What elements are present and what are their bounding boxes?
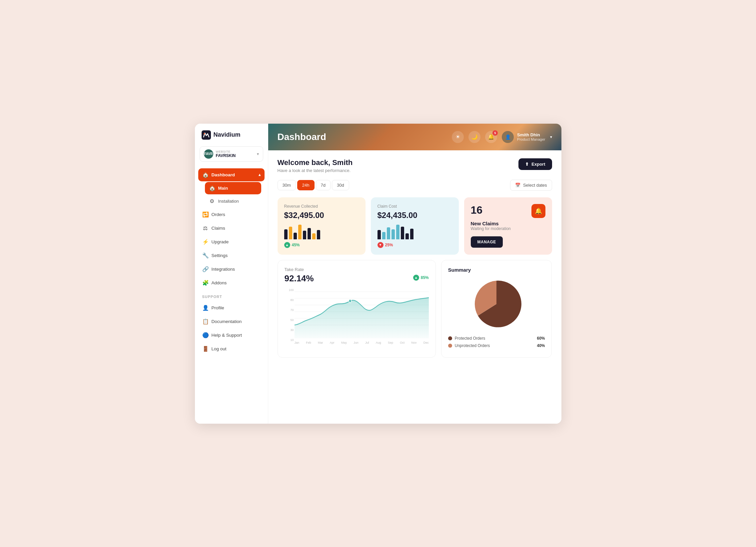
help-icon: 🔵 [202,332,208,338]
legend-protected-label: Protected Orders [448,336,537,341]
take-rate-value: 92.14% [285,274,314,284]
sidebar-item-claims[interactable]: ⚖ Claims [198,222,265,235]
sidebar: Navidium FAVR WEBSITE FAVRSKIN ▾ 🏠 Dashb… [195,124,268,424]
take-rate-trend-icon: ▲ [413,275,419,281]
claim-bar-chart [378,225,452,239]
website-selector[interactable]: FAVR WEBSITE FAVRSKIN ▾ [200,146,263,162]
bar-8 [317,230,320,239]
welcome-block: Welcome back, Smith Have a look at the l… [278,158,353,173]
bar-6 [308,228,311,239]
bar-7 [312,233,316,239]
manage-button[interactable]: MANAGE [471,236,503,248]
support-nav: 👤 Profile 📋 Documentation 🔵 Help & Suppo… [195,301,268,356]
sidebar-item-addons[interactable]: 🧩 Addons [198,276,265,289]
bar-4 [391,229,395,239]
bar-1 [284,229,288,239]
docs-icon: 📋 [202,318,208,325]
sidebar-item-label: Installation [218,199,239,204]
sidebar-item-label: Profile [212,305,224,310]
pie-chart-wrap [448,277,545,331]
home-icon-sub: 🏠 [209,185,215,191]
revenue-trend-value: 45% [292,243,300,247]
user-chevron-icon: ▾ [550,135,552,139]
bar-4 [298,225,302,239]
bar-6 [401,227,404,239]
claim-value: $24,435.00 [378,211,452,220]
calendar-icon: 📅 [515,183,520,188]
take-rate-trend: ▲ 85% [413,275,429,281]
sidebar-item-main[interactable]: 🏠 Main [205,182,261,194]
bar-5 [303,231,306,239]
header-actions: ☀ 🌙 🔔 5 👤 Smith Dhin Product Manager ▾ [452,131,552,143]
claims-icon: ⚖ [202,225,208,231]
y-axis-labels: 1008070503010 [285,288,294,342]
trend-down-icon: ▼ [378,242,383,248]
sidebar-item-upgrade[interactable]: ⚡ Upgrade [198,235,265,248]
svg-point-1 [204,133,205,134]
date-select-button[interactable]: 📅 Select dates [510,180,552,191]
sidebar-item-label: Help & Support [212,333,242,338]
claim-cost-card: Claim Cost $24,435.00 ▼ 25% [371,197,459,255]
sidebar-item-label: Orders [212,212,225,217]
sun-icon-btn[interactable]: ☀ [452,131,464,143]
moon-icon-btn[interactable]: 🌙 [468,131,480,143]
filter-24h[interactable]: 24h [297,180,315,190]
sidebar-item-documentation[interactable]: 📋 Documentation [198,315,265,328]
export-label: Export [531,162,545,167]
claim-label: Claim Cost [378,204,452,209]
filter-30d[interactable]: 30d [332,180,349,190]
sidebar-item-label: Main [218,186,228,191]
website-avatar: FAVR [204,149,213,159]
bar-2 [289,227,292,239]
summary-card: Summary [441,260,552,358]
filter-7d[interactable]: 7d [316,180,331,190]
time-filters: 30m 24h 7d 30d [278,180,349,190]
sidebar-item-label: Documentation [212,319,242,324]
export-icon: ⬆ [525,162,529,167]
claim-trend-value: 25% [385,243,393,247]
sidebar-item-label: Dashboard [212,172,235,177]
legend-protected: Protected Orders 60% [448,336,545,341]
sidebar-item-label: Settings [212,253,228,258]
sidebar-item-label: Integrations [212,267,235,272]
sidebar-item-profile[interactable]: 👤 Profile [198,301,265,314]
legend-unprotected: Unprotected Orders 40% [448,343,545,348]
time-filter-row: 30m 24h 7d 30d 📅 Select dates [278,180,552,191]
x-axis-labels: JanFebMarAprMayJunJulAugSepOctNovDec [285,341,429,344]
area-chart: 1008070503010 [285,288,429,348]
notification-btn[interactable]: 🔔 5 [485,131,497,143]
date-select-label: Select dates [523,183,547,188]
take-rate-card: Take Rate 92.14% ▲ 85% 1008070503010 [278,260,436,358]
user-name: Smith Dhin [517,132,545,137]
sidebar-item-settings[interactable]: 🔧 Settings [198,249,265,262]
profile-icon: 👤 [202,305,208,311]
claims-header: 16 🔔 [471,204,545,218]
sidebar-item-help[interactable]: 🔵 Help & Support [198,329,265,342]
export-button[interactable]: ⬆ Export [518,158,552,170]
upgrade-icon: ⚡ [202,239,208,245]
support-label: SUPPORT [195,290,268,301]
bar-3 [294,233,297,239]
filter-30m[interactable]: 30m [278,180,296,190]
sidebar-item-dashboard[interactable]: 🏠 Dashboard ▴ [198,168,265,181]
take-rate-trend-value: 85% [421,275,429,280]
claims-title: New Claims [471,221,545,226]
chevron-down-icon: ▾ [257,152,259,156]
notification-badge: 5 [492,130,498,136]
sidebar-item-installation[interactable]: ⚙ Installation [205,195,261,207]
bar-7 [405,233,409,239]
sidebar-item-integrations[interactable]: 🔗 Integrations [198,263,265,276]
summary-title: Summary [448,267,545,273]
welcome-subtitle: Have a look at the latest performance. [278,168,353,173]
welcome-row: Welcome back, Smith Have a look at the l… [278,158,552,173]
sidebar-item-logout[interactable]: 🚪 Log out [198,342,265,355]
bar-5 [396,225,399,239]
welcome-title: Welcome back, Smith [278,158,353,167]
user-profile[interactable]: 👤 Smith Dhin Product Manager ▾ [502,131,552,143]
sidebar-item-orders[interactable]: 🔁 Orders [198,208,265,221]
take-rate-label: Take Rate [285,267,314,272]
dashboard-body: Welcome back, Smith Have a look at the l… [268,150,561,424]
website-name: FAVRSKIN [216,153,254,158]
pie-chart-svg [470,277,523,331]
bar-2 [382,232,385,239]
